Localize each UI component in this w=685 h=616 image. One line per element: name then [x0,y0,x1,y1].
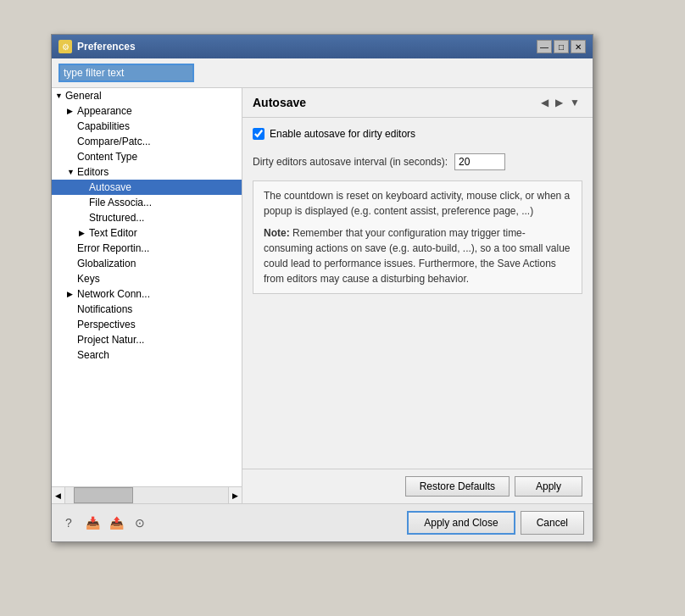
tree-label-compare: Compare/Patc... [77,136,151,147]
restore-defaults-button[interactable]: Restore Defaults [405,476,510,497]
dialog-body: ▼ General ▶ Appearance Capabilities Comp… [52,88,593,503]
interval-input[interactable] [454,153,505,170]
tree-item-globalization[interactable]: Globalization [52,256,242,271]
note-paragraph: Note: Remember that your configuration m… [264,225,571,286]
tree-item-capabilities[interactable]: Capabilities [52,119,242,134]
interval-label: Dirty editors autosave interval (in seco… [253,156,448,168]
titlebar-left: ⚙ Preferences [58,40,136,53]
chevron-file-assoc [79,198,87,207]
titlebar-buttons: — □ ✕ [537,40,586,53]
note-text: Remember that your configuration may tri… [264,227,571,285]
content-body: Enable autosave for dirty editors Dirty … [242,118,593,469]
chevron-network: ▶ [67,290,75,298]
tree-label-editors: Editors [77,166,109,178]
apply-button[interactable]: Apply [515,476,582,497]
chevron-appearance: ▶ [67,107,75,115]
chevron-general: ▼ [55,92,64,100]
tree-label-project-nature: Project Natur... [77,334,144,346]
tree-item-general[interactable]: ▼ General [52,88,242,103]
maximize-button[interactable]: □ [554,40,569,53]
tree-item-file-assoc[interactable]: File Associa... [52,195,242,210]
search-bar [52,58,593,88]
tree-item-text-editor[interactable]: ▶ Text Editor [52,225,242,241]
content-header: Autosave ◀ ▶ ▼ [242,88,593,118]
dialog-title: Preferences [77,41,136,53]
tree-item-notifications[interactable]: Notifications [52,302,242,317]
tree-label-content-type: Content Type [77,151,137,163]
settings-icon[interactable]: ⊙ [131,514,148,531]
tree-item-editors[interactable]: ▼ Editors [52,164,242,180]
chevron-search [67,351,75,359]
info-box: The countdown is reset on keyboard activ… [253,180,582,294]
chevron-compare [67,137,75,146]
tree-item-compare-patch[interactable]: Compare/Patc... [52,134,242,149]
autosave-checkbox-label: Enable autosave for dirty editors [270,128,415,140]
content-panel: Autosave ◀ ▶ ▼ Enable autosave for dirty… [242,88,593,503]
tree-label-text-editor: Text Editor [89,227,137,239]
chevron-text-editor: ▶ [79,229,87,237]
scroll-track[interactable] [65,487,228,503]
chevron-globalization [67,259,75,268]
autosave-checkbox[interactable] [253,128,265,140]
chevron-editors: ▼ [67,168,75,176]
tree-label-structured: Structured... [89,212,144,224]
scroll-left-button[interactable]: ◀ [52,487,65,504]
chevron-project-nature [67,336,75,344]
dialog-titlebar: ⚙ Preferences — □ ✕ [52,35,593,58]
preferences-dialog: ⚙ Preferences — □ ✕ ▼ General [51,34,593,542]
apply-close-button[interactable]: Apply and Close [407,511,515,535]
chevron-keys [67,275,75,283]
dialog-footer: ? 📥 📤 ⊙ Apply and Close Cancel [52,503,593,541]
tree-label-notifications: Notifications [77,303,132,315]
minimize-button[interactable]: — [537,40,552,53]
content-actions: Restore Defaults Apply [242,469,593,503]
export-icon[interactable]: 📤 [108,514,125,531]
tree-item-perspectives[interactable]: Perspectives [52,317,242,332]
tree-label-network: Network Conn... [77,288,150,300]
tree-item-autosave[interactable]: Autosave [52,180,242,195]
tree-label-general: General [65,90,102,102]
interval-form-row: Dirty editors autosave interval (in seco… [253,153,582,170]
tree-item-error-reporting[interactable]: Error Reportin... [52,241,242,256]
footer-buttons: Apply and Close Cancel [407,511,584,535]
cancel-button[interactable]: Cancel [521,511,584,535]
close-button[interactable]: ✕ [571,40,586,53]
tree-label-autosave: Autosave [89,181,131,193]
tree-horizontal-scrollbar: ◀ ▶ [52,486,242,503]
chevron-perspectives [67,320,75,329]
tree-item-network-conn[interactable]: ▶ Network Conn... [52,286,242,302]
tree-label-perspectives: Perspectives [77,319,136,330]
nav-dropdown-button[interactable]: ▼ [567,95,582,110]
dialog-icon: ⚙ [58,40,72,53]
info-text: The countdown is reset on keyboard activ… [264,188,571,219]
tree-item-content-type[interactable]: Content Type [52,149,242,164]
tree-label-search: Search [77,349,109,361]
nav-back-button[interactable]: ◀ [538,95,551,110]
tree-item-search[interactable]: Search [52,347,242,363]
desktop: ⚙ Preferences — □ ✕ ▼ General [0,0,685,616]
tree-label-error-reporting: Error Reportin... [77,242,149,254]
content-title: Autosave [253,96,306,109]
help-icon[interactable]: ? [60,514,77,531]
tree-label-appearance: Appearance [77,105,132,117]
note-label: Note: [264,227,290,239]
chevron-error-reporting [67,244,75,253]
search-input[interactable] [58,64,194,82]
nav-buttons: ◀ ▶ ▼ [538,95,582,110]
autosave-checkbox-row: Enable autosave for dirty editors [253,128,582,140]
nav-forward-button[interactable]: ▶ [553,95,565,110]
tree-label-file-assoc: File Associa... [89,197,152,208]
tree-item-appearance[interactable]: ▶ Appearance [52,103,242,119]
tree-item-keys[interactable]: Keys [52,271,242,286]
tree-item-project-nature[interactable]: Project Natur... [52,332,242,347]
footer-icons: ? 📥 📤 ⊙ [60,514,148,531]
tree-panel: ▼ General ▶ Appearance Capabilities Comp… [52,88,242,486]
chevron-autosave [79,183,87,191]
tree-label-capabilities: Capabilities [77,120,130,132]
scroll-right-button[interactable]: ▶ [228,487,242,504]
tree-item-structured[interactable]: Structured... [52,210,242,225]
chevron-capabilities [67,122,75,130]
tree-panel-container: ▼ General ▶ Appearance Capabilities Comp… [52,88,242,503]
import-icon[interactable]: 📥 [84,514,101,531]
tree-label-keys: Keys [77,273,100,285]
